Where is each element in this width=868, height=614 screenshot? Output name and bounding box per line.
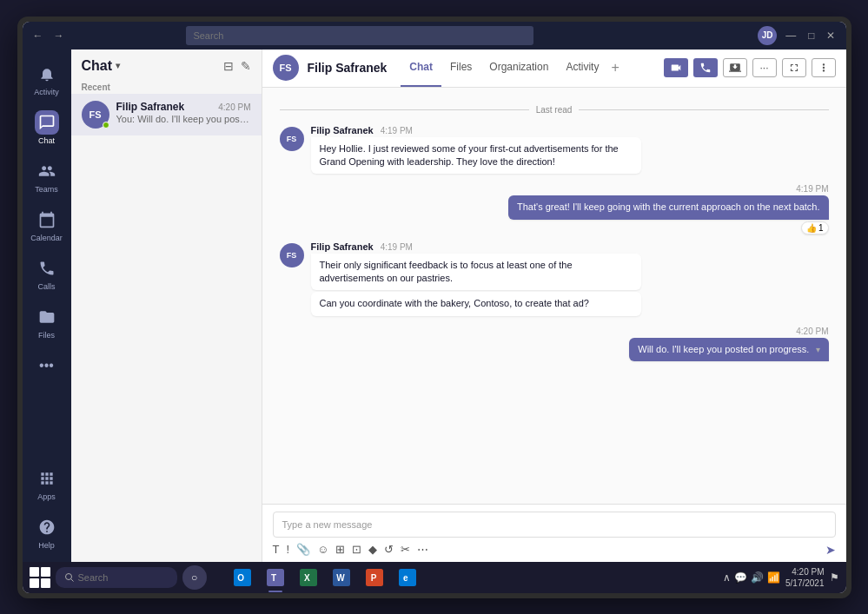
chat-panel: Chat ▾ ⊟ ✎ Recent FS	[71, 50, 262, 562]
close-button[interactable]: ✕	[823, 30, 838, 42]
maximize-button[interactable]: □	[805, 30, 818, 42]
outgoing-wrapper-2: 4:19 PM That's great! I'll keep going wi…	[280, 184, 829, 234]
taskbar-notification-icon[interactable]: 💬	[734, 571, 747, 584]
minimize-button[interactable]: —	[782, 30, 799, 42]
taskbar-search-input[interactable]	[78, 572, 165, 583]
start-square-2	[41, 567, 50, 577]
title-bar-search-input[interactable]	[186, 26, 533, 45]
msg-bubble-3b: Can you coordinate with the bakery, Cont…	[311, 292, 641, 315]
sidebar: Activity Chat Teams	[23, 50, 71, 562]
chat-item-top: Filip Safranek 4:20 PM	[116, 101, 251, 113]
tab-files[interactable]: Files	[441, 50, 480, 88]
last-read-label: Last read	[536, 105, 573, 115]
outgoing-bubble-row-2: That's great! I'll keep going with the c…	[508, 195, 828, 219]
sidebar-item-apps-label: Apps	[37, 492, 56, 501]
message-input-area: Type a new message T ! 📎 ☺ ⊞ ⊡ ◆ ↺ ✂ ⋯	[262, 504, 846, 562]
sticker-icon[interactable]: ⊡	[352, 543, 361, 556]
svg-text:X: X	[304, 573, 310, 583]
msg-header-3: Filip Safranek 4:19 PM	[311, 241, 829, 252]
last-read-line-left	[280, 109, 529, 110]
taskbar-notification-flag[interactable]: ⚑	[830, 571, 839, 584]
reaction-count: 1	[818, 223, 824, 233]
taskbar-app-excel[interactable]: X	[295, 564, 321, 591]
taskbar-app-word[interactable]: W	[328, 564, 354, 591]
taskbar-right: ∧ 💬 🔊 📶 4:20 PM 5/17/2021 ⚑	[723, 566, 839, 589]
chat-list-avatar: FS	[82, 101, 109, 129]
title-bar-nav: ← →	[30, 28, 68, 43]
audio-call-button[interactable]	[693, 58, 718, 77]
meet-icon[interactable]: ◆	[368, 543, 377, 556]
tab-chat[interactable]: Chat	[401, 50, 441, 88]
msg-sender-1: Filip Safranek	[311, 125, 374, 135]
taskbar-search-area[interactable]	[56, 567, 177, 588]
sidebar-item-activity[interactable]: Activity	[26, 56, 68, 102]
send-button[interactable]: ➤	[825, 543, 836, 557]
svg-text:P: P	[370, 573, 376, 583]
outgoing-bubble-row-4: Will do. I'll keep you posted on progres…	[629, 338, 828, 361]
user-avatar-titlebar[interactable]: JD	[758, 26, 777, 45]
taskbar-app-outlook[interactable]: O	[229, 564, 255, 591]
app-body: Activity Chat Teams	[23, 50, 846, 562]
msg-time-3: 4:19 PM	[381, 242, 413, 252]
settings-button[interactable]	[812, 58, 836, 77]
chat-list-item[interactable]: FS Filip Safranek 4:20 PM You: Will do. …	[71, 94, 262, 135]
taskbar-app-edge[interactable]: e	[394, 564, 421, 591]
title-bar-controls: JD — □ ✕	[758, 26, 838, 45]
clip-icon[interactable]: ✂	[401, 543, 410, 556]
cortana-button[interactable]: ○	[182, 565, 207, 590]
attach-icon[interactable]: 📎	[296, 543, 310, 556]
sidebar-item-help[interactable]: Help	[26, 510, 68, 555]
reaction-badge-2[interactable]: 👍 1	[801, 221, 829, 234]
taskbar-time-area[interactable]: 4:20 PM 5/17/2021	[785, 566, 825, 589]
new-chat-icon[interactable]: ✎	[241, 59, 251, 73]
msg-bubble-3a: Their only significant feedback is to fo…	[311, 254, 641, 291]
start-button[interactable]	[30, 567, 50, 588]
taskbar-chevron-icon[interactable]: ∧	[723, 571, 731, 584]
sidebar-item-apps[interactable]: Apps	[26, 461, 68, 506]
message-input-box[interactable]: Type a new message	[273, 512, 836, 538]
chat-title-caret[interactable]: ▾	[116, 61, 120, 70]
nav-back-button[interactable]: ←	[30, 28, 47, 43]
chat-title-text: Chat	[82, 58, 113, 74]
tab-organization[interactable]: Organization	[480, 50, 557, 88]
sidebar-item-more[interactable]: •••	[26, 348, 68, 383]
taskbar-app-powerpoint[interactable]: P	[361, 564, 388, 591]
filter-icon[interactable]: ⊟	[223, 59, 234, 73]
gif-icon[interactable]: ⊞	[335, 543, 345, 556]
sidebar-item-teams[interactable]: Teams	[26, 154, 68, 199]
more-options-button[interactable]: ···	[752, 58, 777, 77]
sidebar-item-calls-label: Calls	[37, 282, 55, 291]
format-text-icon[interactable]: T	[273, 543, 280, 556]
important-icon[interactable]: !	[286, 543, 289, 556]
msg-bubble-1: Hey Hollie. I just reviewed some of your…	[311, 137, 641, 175]
screen-share-button[interactable]	[723, 58, 747, 77]
video-call-button[interactable]	[664, 58, 688, 77]
sidebar-item-files-label: Files	[38, 331, 55, 340]
msg-bubble-2: That's great! I'll keep going with the c…	[508, 195, 828, 219]
message-input-placeholder: Type a new message	[282, 519, 373, 530]
sidebar-item-chat[interactable]: Chat	[26, 105, 68, 150]
chat-section-label: Recent	[71, 79, 262, 94]
more-toolbar-icon[interactable]: ⋯	[417, 543, 428, 556]
sidebar-item-files[interactable]: Files	[26, 300, 68, 345]
loop-icon[interactable]: ↺	[384, 543, 394, 556]
chat-header-actions: ···	[664, 58, 836, 77]
add-tab-button[interactable]: +	[607, 60, 622, 76]
taskbar-volume-icon[interactable]: 🔊	[751, 571, 764, 584]
taskbar-app-teams[interactable]: T	[262, 564, 288, 591]
sidebar-item-calendar[interactable]: Calendar	[26, 202, 68, 248]
message-with-avatar-1: FS Filip Safranek 4:19 PM Hey Hollie. I …	[280, 125, 829, 175]
sidebar-item-help-label: Help	[38, 541, 55, 550]
device-frame: ← → JD — □ ✕ Activity	[17, 17, 851, 598]
msg-time-1: 4:19 PM	[381, 126, 413, 135]
sidebar-item-activity-label: Activity	[34, 88, 59, 96]
sidebar-item-calls[interactable]: Calls	[26, 251, 68, 296]
msg-content-3: Filip Safranek 4:19 PM Their only signif…	[311, 241, 829, 291]
tab-activity[interactable]: Activity	[557, 50, 607, 88]
nav-forward-button[interactable]: →	[50, 28, 68, 43]
emoji-icon[interactable]: ☺	[317, 543, 328, 556]
expand-button[interactable]	[782, 58, 806, 77]
taskbar-network-icon[interactable]: 📶	[767, 571, 780, 584]
outgoing-reaction-2: 👍 1	[801, 221, 829, 234]
chat-panel-title: Chat ▾	[82, 58, 121, 74]
